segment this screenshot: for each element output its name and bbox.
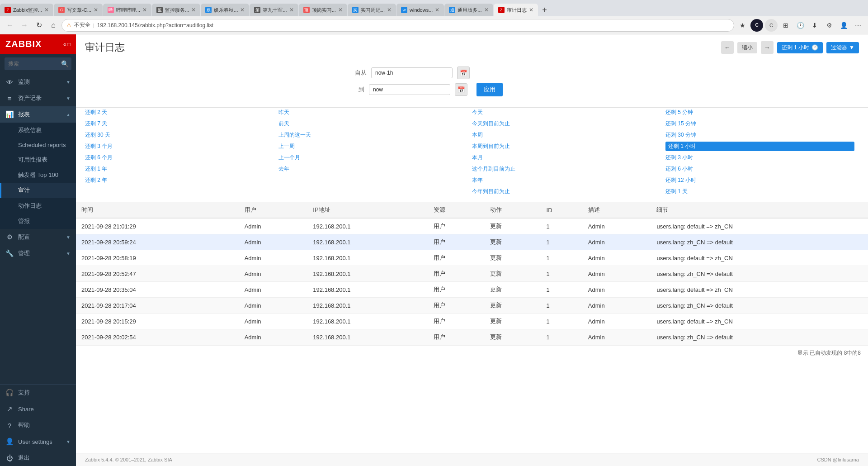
shortcut-link[interactable]: 本周到目前为止 (472, 142, 661, 151)
logo-collapse-buttons[interactable]: « □ (63, 41, 71, 48)
reload-button[interactable]: ↻ (33, 19, 45, 32)
shrink-button[interactable]: 缩小 (737, 42, 757, 53)
shortcut-link[interactable]: 还剩 30 分钟 (665, 130, 854, 140)
shortcut-link[interactable]: 还剩 1 天 (665, 187, 854, 196)
download-icon[interactable]: ⬇ (808, 19, 821, 32)
table-cell: 2021-09-28 20:17:04 (76, 298, 239, 314)
tab-2[interactable]: C写文章-C...✕ (54, 4, 103, 16)
shortcut-link[interactable]: 上一周 (278, 142, 467, 151)
tab-3[interactable]: 哔哔哩哔哩...✕ (103, 4, 151, 16)
sidebar-item-help[interactable]: ? 帮助 (0, 417, 76, 433)
tab-11[interactable]: Z审计日志✕ (494, 4, 538, 16)
next-time-button[interactable]: → (761, 41, 774, 54)
bookmark-icon[interactable]: ⊞ (779, 19, 792, 32)
shortcut-link[interactable]: 还剩 3 个月 (85, 142, 274, 151)
tab-close-icon[interactable]: ✕ (484, 7, 489, 13)
sidebar-item-share[interactable]: ↗ Share (0, 401, 76, 417)
tab-close-icon[interactable]: ✕ (142, 7, 147, 13)
tab-close-icon[interactable]: ✕ (44, 7, 49, 13)
sidebar-item-reports[interactable]: 📊 报表 ▲ (0, 106, 76, 123)
sidebar-item-logout[interactable]: ⏻ 退出 (0, 450, 76, 466)
submenu-item-availability[interactable]: 可用性报表 (0, 152, 76, 167)
new-tab-button[interactable]: + (538, 4, 551, 16)
forward-button[interactable]: → (18, 19, 31, 32)
tab-close-icon[interactable]: ✕ (529, 7, 533, 13)
prev-time-button[interactable]: ← (721, 41, 734, 54)
filter-label: 过滤器 (831, 44, 847, 52)
history-icon[interactable]: 🕐 (794, 19, 807, 32)
tab-close-icon[interactable]: ✕ (289, 7, 294, 13)
shortcut-link[interactable]: 今天到目前为止 (472, 119, 661, 128)
filter-button[interactable]: 过滤器 ▼ (826, 42, 859, 53)
search-icon[interactable]: 🔍 (61, 60, 69, 67)
home-button[interactable]: ⌂ (47, 19, 60, 32)
tab-close-icon[interactable]: ✕ (240, 7, 245, 13)
shortcut-link[interactable]: 还剩 1 年 (85, 164, 274, 174)
tab-close-icon[interactable]: ✕ (387, 7, 392, 13)
shortcut-link[interactable]: 这个月到目前为止 (472, 164, 661, 174)
shortcut-link[interactable]: 上周的这一天 (278, 130, 467, 140)
tab-close-icon[interactable]: ✕ (94, 7, 98, 13)
sidebar-item-support[interactable]: 🎧 支持 (0, 385, 76, 401)
from-calendar-button[interactable]: 📅 (457, 67, 470, 79)
tab-close-icon[interactable]: ✕ (338, 7, 343, 13)
address-bar[interactable]: ⚠ 不安全 | 192.168.200.145/zabbix.php?actio… (61, 19, 734, 32)
sidebar-item-monitor[interactable]: 👁 监测 ▼ (0, 74, 76, 90)
extension2-icon[interactable]: C (765, 19, 778, 32)
settings-icon[interactable]: ⚙ (823, 19, 835, 32)
back-button[interactable]: ← (4, 19, 16, 32)
shortcut-link[interactable]: 今天 (472, 108, 661, 117)
to-calendar-button[interactable]: 📅 (455, 83, 467, 96)
shortcut-link[interactable]: 还剩 12 小时 (665, 176, 854, 185)
submenu-item-sysinfo[interactable]: 系统信息 (0, 123, 76, 138)
shortcut-link[interactable]: 还剩 3 小时 (665, 153, 854, 162)
submenu-item-top100[interactable]: 触发器 Top 100 (0, 167, 76, 183)
browser-chrome: ZZabbix监控...✕C写文章-C...✕哔哔哩哔哩...✕监监控服务...… (0, 0, 868, 34)
tab-close-icon[interactable]: ✕ (191, 7, 196, 13)
shortcut-link[interactable]: 还剩 30 天 (85, 130, 274, 140)
extension1-icon[interactable]: C (750, 19, 763, 32)
tab-6[interactable]: 第第九十军...✕ (250, 4, 298, 16)
shortcut-link[interactable]: 还剩 6 个月 (85, 153, 274, 162)
collapse-left-icon[interactable]: « (63, 41, 66, 48)
sidebar-item-admin[interactable]: 🔧 管理 ▼ (0, 245, 76, 262)
shortcut-link[interactable]: 上一个月 (278, 153, 467, 162)
shortcut-link[interactable]: 本周 (472, 130, 661, 140)
shortcut-link[interactable]: 还剩 1 小时 (665, 142, 854, 151)
from-input[interactable] (371, 67, 453, 78)
sidebar-item-config[interactable]: ⚙ 配置 ▼ (0, 229, 76, 245)
shortcut-link[interactable]: 今年到目前为止 (472, 187, 661, 196)
profile-icon[interactable]: 👤 (837, 19, 850, 32)
shortcut-link[interactable]: 还剩 2 年 (85, 176, 274, 185)
submenu-item-actionlog[interactable]: 动作日志 (0, 198, 76, 214)
shortcut-link[interactable]: 昨天 (278, 108, 467, 117)
tab-4[interactable]: 监监控服务...✕ (152, 4, 200, 16)
tab-8[interactable]: 实实习周记...✕ (348, 4, 396, 16)
to-input[interactable] (369, 84, 450, 95)
expand-icon[interactable]: □ (67, 41, 71, 48)
star-icon[interactable]: ★ (736, 19, 749, 32)
tab-5[interactable]: 娱娱乐春秋...✕ (201, 4, 249, 16)
shortcut-link[interactable]: 还剩 7 天 (85, 119, 274, 128)
shortcut-link[interactable]: 本月 (472, 153, 661, 162)
shortcut-link[interactable]: 去年 (278, 164, 467, 174)
shortcut-link[interactable]: 还剩 15 分钟 (665, 119, 854, 128)
shortcut-link[interactable]: 前天 (278, 119, 467, 128)
shortcut-link[interactable]: 还剩 2 天 (85, 108, 274, 117)
tab-1[interactable]: ZZabbix监控...✕ (0, 4, 53, 16)
sidebar-item-assets[interactable]: ≡ 资产记录 ▼ (0, 90, 76, 106)
shortcut-link[interactable]: 本年 (472, 176, 661, 185)
tab-9[interactable]: wwindows...✕ (396, 4, 444, 16)
submenu-item-notifications[interactable]: 管报 (0, 214, 76, 229)
submenu-item-audit[interactable]: 审计 (0, 183, 76, 198)
table-cell: Admin (239, 282, 308, 298)
apply-button[interactable]: 应用 (476, 83, 503, 96)
tab-10[interactable]: 通通用版多...✕ (444, 4, 493, 16)
tab-close-icon[interactable]: ✕ (435, 7, 439, 13)
menu-icon[interactable]: ⋯ (852, 19, 864, 32)
shortcut-link[interactable]: 还剩 6 小时 (665, 164, 854, 174)
sidebar-item-user-settings[interactable]: 👤 User settings ▼ (0, 433, 76, 450)
tab-7[interactable]: 顶顶岗实习...✕ (299, 4, 347, 16)
submenu-item-scheduled[interactable]: Scheduled reports (0, 138, 76, 152)
shortcut-link[interactable]: 还剩 5 分钟 (665, 108, 854, 117)
